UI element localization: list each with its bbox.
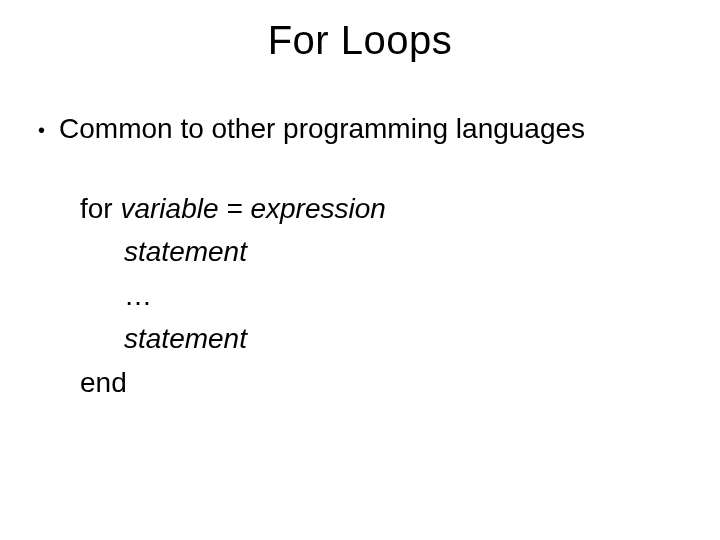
slide-title: For Loops: [32, 18, 688, 63]
syntax-line-3: …: [124, 274, 688, 317]
syntax-line-4: statement: [124, 317, 688, 360]
bullet-item: • Common to other programming languages: [38, 113, 688, 147]
for-keyword: for: [80, 193, 120, 224]
syntax-line-5: end: [80, 361, 688, 404]
bullet-text: Common to other programming languages: [59, 113, 585, 145]
for-variable-expression: variable = expression: [120, 193, 385, 224]
bullet-dot-icon: •: [38, 113, 45, 147]
syntax-line-1: for variable = expression: [80, 187, 688, 230]
syntax-block: for variable = expression statement … st…: [80, 187, 688, 404]
syntax-line-2: statement: [124, 230, 688, 273]
slide-container: For Loops • Common to other programming …: [0, 0, 720, 540]
